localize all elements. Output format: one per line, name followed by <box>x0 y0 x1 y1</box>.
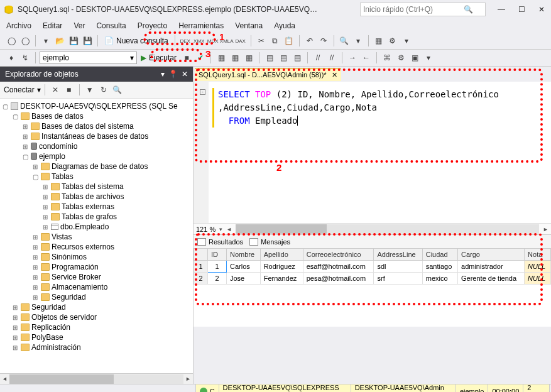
col-header[interactable]: AddressLine <box>374 249 422 261</box>
menu-file[interactable]: Archivo <box>6 21 31 30</box>
cut-button[interactable]: ✂ <box>255 35 268 47</box>
trace-button[interactable]: ▣ <box>408 52 421 64</box>
mdx-button[interactable]: MDX <box>207 35 219 47</box>
dropdown-icon[interactable]: ▾ <box>161 70 165 79</box>
new-query-button[interactable]: 📄 Nueva consulta <box>102 36 171 46</box>
nav-back-button[interactable]: ◯ <box>5 35 18 47</box>
open-button[interactable]: 📂 <box>53 35 66 47</box>
results-file-button[interactable]: ▤ <box>291 52 303 64</box>
results-grid-button[interactable]: ▤ <box>263 52 276 64</box>
close-button[interactable]: ✕ <box>536 4 547 15</box>
col-header[interactable]: Correoelectrónico <box>303 249 374 261</box>
tree-server-node[interactable]: ▢DESKTOP-UAAE5VQ\SQLEXPRESS (SQL Se <box>1 101 193 111</box>
col-header[interactable] <box>194 249 208 261</box>
col-header[interactable]: Ciudad <box>422 249 457 261</box>
tree-item[interactable]: ⊞Tablas del sistema <box>41 182 193 192</box>
tree-item[interactable]: ⊞Seguridad <box>31 292 193 302</box>
disconnect-button[interactable]: ✕ <box>49 84 62 96</box>
outdent-button[interactable]: ← <box>360 52 373 64</box>
tree-item[interactable]: ⊞Almacenamiento <box>31 282 193 292</box>
tree-item[interactable]: ⊞Vistas <box>31 232 193 242</box>
tree-item[interactable]: ⊞Tablas de archivos <box>41 192 193 202</box>
tb-icon-2[interactable]: ↯ <box>19 52 31 64</box>
connect-button[interactable]: Conectar▾ <box>4 85 41 94</box>
parse-button[interactable]: ✔ <box>194 52 207 64</box>
tb-icon-1[interactable]: ♦ <box>5 52 18 64</box>
tree-item[interactable]: ⊞Tablas de grafos <box>41 212 193 222</box>
pin-icon[interactable]: 📍 <box>168 70 178 79</box>
redo-button[interactable]: ↷ <box>317 35 330 47</box>
tree-item[interactable]: ⊞Recursos externos <box>31 242 193 252</box>
copy-button[interactable]: ⧉ <box>269 35 281 47</box>
tree-db-ejemplo[interactable]: ▢ejemplo <box>21 151 193 161</box>
sqlcmd-button[interactable]: ⌘ <box>381 52 393 64</box>
search-tree-button[interactable]: 🔍 <box>111 84 124 96</box>
minimize-button[interactable]: — <box>496 4 507 15</box>
tree-item[interactable]: ⊞Diagramas de base de datos <box>31 161 193 172</box>
col-header[interactable]: ID <box>208 249 227 261</box>
menu-help[interactable]: Ayuda <box>274 21 295 30</box>
object-tree[interactable]: ▢DESKTOP-UAAE5VQ\SQLEXPRESS (SQL Se ▢Bas… <box>0 99 193 373</box>
filter-button[interactable]: ▼ <box>84 84 96 96</box>
tree-item[interactable]: ⊞Tablas externas <box>41 202 193 212</box>
stop-button[interactable]: ■ <box>180 52 193 64</box>
tree-item[interactable]: ⊞Administración <box>11 342 193 352</box>
tree-table-empleado[interactable]: ⊞dbo.Empleado <box>41 222 193 232</box>
new-button[interactable]: ▾ <box>40 35 52 47</box>
save-button[interactable]: 💾 <box>67 35 80 47</box>
menu-tools[interactable]: Herramientas <box>178 21 224 30</box>
results-text-button[interactable]: ▤ <box>277 52 290 64</box>
execute-button[interactable]: ▶ Ejecutar <box>138 53 179 63</box>
comment-button[interactable]: // <box>312 52 324 64</box>
messages-tab[interactable]: Mensajes <box>249 238 290 246</box>
refresh-button[interactable]: ↻ <box>97 84 110 96</box>
col-header[interactable]: Nombre <box>227 249 261 261</box>
tree-item[interactable]: ⊞Seguridad <box>11 302 193 312</box>
plan-button[interactable]: ▦ <box>215 52 227 64</box>
results-grid[interactable]: ID Nombre Apellido Correoelectrónico Add… <box>194 248 551 327</box>
explorer-hscroll[interactable]: ◄► <box>0 373 193 384</box>
save-all-button[interactable]: 💾 <box>81 35 94 47</box>
server-button[interactable]: ⚙ <box>386 35 399 47</box>
xmla-button[interactable]: XMLA <box>221 35 233 47</box>
close-panel-icon[interactable]: ✕ <box>182 70 188 79</box>
paste-button[interactable]: 📋 <box>283 35 295 47</box>
tree-item[interactable]: ⊞Instantáneas de bases de datos <box>21 131 193 141</box>
uncomment-button[interactable]: // <box>325 52 338 64</box>
tab-close-icon[interactable]: ✕ <box>332 71 337 79</box>
database-combobox[interactable]: ejemplo ▾ <box>40 52 137 64</box>
tree-item[interactable]: ⊞Replicación <box>11 322 193 332</box>
zoom-value[interactable]: 121 % <box>196 226 215 233</box>
stop-conn-button[interactable]: ■ <box>63 84 75 96</box>
menu-query[interactable]: Consulta <box>96 21 126 30</box>
tree-item[interactable]: ⊞Service Broker <box>31 272 193 282</box>
tree-item[interactable]: ⊞Bases de datos del sistema <box>21 121 193 131</box>
overflow2-button[interactable]: ▾ <box>422 52 435 64</box>
quick-launch-box[interactable]: 🔍 <box>360 3 486 16</box>
find-button[interactable]: 🔍 <box>338 35 351 47</box>
menu-project[interactable]: Proyecto <box>138 21 167 30</box>
table-row[interactable]: 1 1 Carlos Rodriguez esaff@hotmail.com s… <box>194 261 551 273</box>
quick-launch-input[interactable] <box>363 5 464 14</box>
tree-item[interactable]: ⊞PolyBase <box>11 332 193 342</box>
sql-editor[interactable]: - SELECT TOP (2) ID, Nombre, Apellido,Co… <box>194 82 551 223</box>
collapse-region-icon[interactable]: - <box>200 89 205 95</box>
results-tab[interactable]: Resultados <box>197 238 243 246</box>
undo-button[interactable]: ↶ <box>303 35 316 47</box>
col-header[interactable]: Cargo <box>458 249 525 261</box>
tree-item[interactable]: ⊞Programación <box>31 262 193 272</box>
col-header[interactable]: Nota <box>525 249 551 261</box>
menu-window[interactable]: Ventana <box>235 21 263 30</box>
tree-databases-node[interactable]: ▢Bases de datos <box>11 111 193 121</box>
tree-item[interactable]: ⊞Sinónimos <box>31 252 193 262</box>
more-button[interactable]: ▾ <box>352 35 364 47</box>
zoom-dropdown-icon[interactable]: ▾ <box>219 226 222 232</box>
indent-button[interactable]: → <box>346 52 359 64</box>
tree-db-condominio[interactable]: ⊞condominio <box>21 141 193 151</box>
dex-button[interactable]: DEX <box>179 35 192 47</box>
nav-fwd-button[interactable]: ◯ <box>19 35 31 47</box>
intellisense-button[interactable]: ⚙ <box>395 52 407 64</box>
menu-view[interactable]: Ver <box>74 21 85 30</box>
live-stats-button[interactable]: ▦ <box>243 52 255 64</box>
designer-button[interactable]: ▦ <box>373 35 385 47</box>
